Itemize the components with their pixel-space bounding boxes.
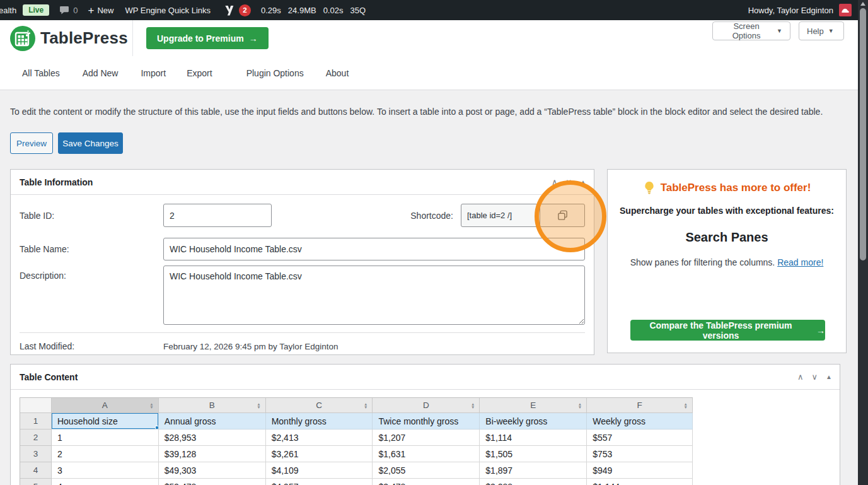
move-up-icon[interactable]: ∧ bbox=[797, 372, 804, 382]
description-textarea[interactable]: WIC Household Income Table.csv bbox=[163, 266, 585, 325]
comments-item[interactable]: 0 bbox=[59, 5, 78, 15]
seo-notification-badge[interactable]: 2 bbox=[239, 4, 251, 16]
arrow-right-icon: → bbox=[816, 325, 825, 336]
cell-D4[interactable]: $2,055 bbox=[373, 462, 480, 479]
cell-C1[interactable]: Monthly gross bbox=[266, 413, 373, 429]
column-header-B[interactable]: B▲▼ bbox=[159, 398, 266, 413]
tablepress-logo-icon bbox=[10, 26, 35, 51]
qm-queries: 35Q bbox=[350, 6, 366, 15]
cell-F1[interactable]: Weekly gross bbox=[587, 413, 693, 429]
row-number-2[interactable]: 2 bbox=[20, 429, 52, 446]
shortcode-input[interactable] bbox=[461, 204, 538, 227]
upgrade-to-premium-button[interactable]: Upgrade to Premium → bbox=[146, 27, 269, 49]
collapse-toggle-icon[interactable]: ▲ bbox=[580, 178, 586, 185]
column-header-C[interactable]: C▲▼ bbox=[266, 398, 373, 413]
table-name-label: Table Name: bbox=[20, 244, 163, 254]
move-up-icon[interactable]: ∧ bbox=[552, 177, 558, 187]
column-header-A[interactable]: A▲▼ bbox=[52, 398, 159, 413]
column-header-E[interactable]: E▲▼ bbox=[480, 398, 587, 413]
cell-F2[interactable]: $557 bbox=[587, 429, 693, 446]
sort-icon: ▲▼ bbox=[684, 402, 688, 409]
cell-E1[interactable]: Bi-weekly gross bbox=[480, 413, 587, 429]
cell-A1[interactable]: Household size bbox=[52, 413, 159, 429]
cell-E5[interactable]: $2,288 bbox=[480, 479, 587, 485]
tab-all-tables[interactable]: All Tables bbox=[22, 68, 60, 78]
sort-icon: ▲▼ bbox=[149, 402, 153, 409]
copy-shortcode-button[interactable] bbox=[540, 204, 585, 227]
live-badge[interactable]: Live bbox=[23, 4, 49, 16]
row-number-1[interactable]: 1 bbox=[20, 413, 52, 429]
tab-export[interactable]: Export bbox=[187, 68, 212, 78]
sort-icon: ▲▼ bbox=[471, 402, 475, 409]
read-more-link[interactable]: Read more! bbox=[777, 257, 823, 267]
tab-about[interactable]: About bbox=[326, 68, 349, 78]
spreadsheet-grid: A▲▼B▲▼C▲▼D▲▼E▲▼F▲▼ 1Household sizeAnnual… bbox=[20, 397, 693, 485]
cell-D5[interactable]: $2,478 bbox=[373, 479, 480, 485]
cell-D1[interactable]: Twice monthly gross bbox=[373, 413, 480, 429]
row-number-4[interactable]: 4 bbox=[20, 462, 52, 479]
new-label: New bbox=[97, 6, 113, 15]
promo-subtitle: Supercharge your tables with exceptional… bbox=[608, 206, 846, 216]
cell-C4[interactable]: $4,109 bbox=[266, 462, 373, 479]
cell-A5[interactable]: 4 bbox=[52, 479, 159, 485]
table-name-input[interactable] bbox=[163, 238, 585, 260]
cell-C3[interactable]: $3,261 bbox=[266, 446, 373, 462]
tab-add-new[interactable]: Add New bbox=[83, 68, 119, 78]
help-button[interactable]: Help ▼ bbox=[799, 21, 844, 40]
header-divider bbox=[132, 20, 133, 56]
scrollbar-thumb[interactable] bbox=[860, 8, 866, 260]
column-header-D[interactable]: D▲▼ bbox=[373, 398, 480, 413]
cell-D2[interactable]: $1,207 bbox=[373, 429, 480, 446]
compare-premium-button[interactable]: Compare the TablePress premium versions … bbox=[630, 320, 825, 341]
row-number-3[interactable]: 3 bbox=[20, 446, 52, 462]
cell-B1[interactable]: Annual gross bbox=[159, 413, 266, 429]
cell-B4[interactable]: $49,303 bbox=[159, 462, 266, 479]
tab-plugin-options[interactable]: Plugin Options bbox=[246, 68, 304, 78]
cell-B3[interactable]: $39,128 bbox=[159, 446, 266, 462]
cell-A2[interactable]: 1 bbox=[52, 429, 159, 446]
cell-C5[interactable]: $4,957 bbox=[266, 479, 373, 485]
table-id-input[interactable] bbox=[163, 204, 272, 227]
tab-import[interactable]: Import bbox=[141, 68, 166, 78]
collapse-toggle-icon[interactable]: ▲ bbox=[826, 373, 832, 380]
promo-feature-name: Search Panes bbox=[608, 230, 846, 245]
move-down-icon[interactable]: ∨ bbox=[812, 372, 818, 382]
qm-db-time: 0.02s bbox=[323, 6, 344, 15]
cell-A4[interactable]: 3 bbox=[52, 462, 159, 479]
table-content-header: Table Content ∧ ∨ ▲ bbox=[11, 365, 840, 390]
cell-B2[interactable]: $28,953 bbox=[159, 429, 266, 446]
table-row: 32$39,128$3,261$1,631$1,505$753 bbox=[20, 446, 693, 462]
cell-D3[interactable]: $1,631 bbox=[373, 446, 480, 462]
admin-bar-account[interactable]: Howdy, Taylor Edginton bbox=[748, 4, 868, 16]
grid-corner-cell[interactable] bbox=[20, 398, 52, 413]
page-scrollbar[interactable] bbox=[858, 0, 868, 485]
help-label: Help bbox=[807, 26, 824, 36]
wp-admin-bar: ealth Live 0 + New WP Engine Quick Links… bbox=[0, 0, 868, 20]
new-content-item[interactable]: + New bbox=[88, 5, 113, 16]
cell-B5[interactable]: $59,478 bbox=[159, 479, 266, 485]
cell-F3[interactable]: $753 bbox=[587, 446, 693, 462]
scrollbar-up-arrow-icon[interactable] bbox=[860, 2, 865, 6]
table-row: 21$28,953$2,413$1,207$1,114$557 bbox=[20, 429, 693, 446]
qm-memory: 24.9MB bbox=[288, 6, 316, 15]
cell-E4[interactable]: $1,897 bbox=[480, 462, 587, 479]
comment-count: 0 bbox=[73, 6, 78, 15]
cell-F4[interactable]: $949 bbox=[587, 462, 693, 479]
wp-engine-quick-links[interactable]: WP Engine Quick Links bbox=[125, 6, 211, 15]
save-changes-button[interactable]: Save Changes bbox=[58, 132, 123, 154]
cell-A3[interactable]: 2 bbox=[52, 446, 159, 462]
row-number-5[interactable]: 5 bbox=[20, 479, 52, 485]
plus-icon: + bbox=[88, 5, 94, 16]
cell-C2[interactable]: $2,413 bbox=[266, 429, 373, 446]
cell-F5[interactable]: $1,144 bbox=[587, 479, 693, 485]
cell-E3[interactable]: $1,505 bbox=[480, 446, 587, 462]
preview-button[interactable]: Preview bbox=[10, 132, 53, 154]
seo-plugin-icon[interactable] bbox=[223, 4, 235, 16]
screen-options-button[interactable]: Screen Options ▼ bbox=[712, 21, 790, 40]
selection-handle[interactable] bbox=[155, 426, 159, 429]
site-name[interactable]: ealth bbox=[0, 6, 16, 15]
query-monitor-stats[interactable]: 0.29s 24.9MB 0.02s 35Q bbox=[261, 6, 366, 15]
cell-E2[interactable]: $1,114 bbox=[480, 429, 587, 446]
move-down-icon[interactable]: ∨ bbox=[566, 177, 572, 187]
column-header-F[interactable]: F▲▼ bbox=[587, 398, 693, 413]
